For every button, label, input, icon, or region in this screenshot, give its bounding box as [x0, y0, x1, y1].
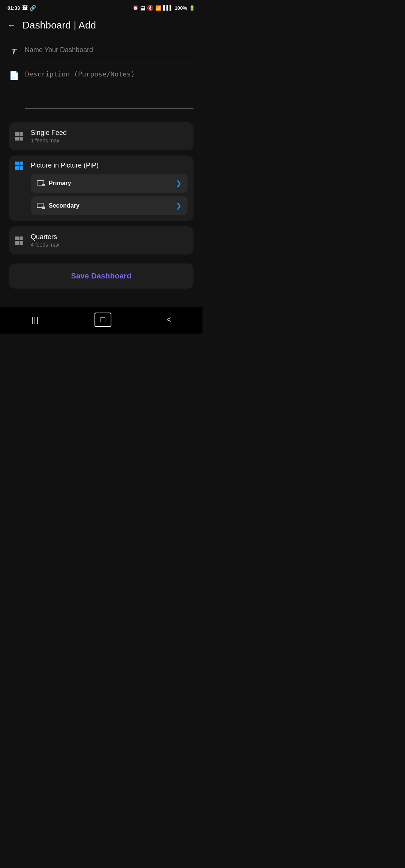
pip-primary-screen-icon: [37, 180, 45, 186]
name-input[interactable]: [25, 46, 194, 58]
text-icon: T: [9, 47, 19, 57]
time-display: 01:33: [8, 5, 20, 11]
description-icon: 📄: [9, 71, 19, 81]
quarters-subtitle: 4 feeds max: [31, 242, 59, 248]
pip-primary-chevron: ❯: [176, 179, 182, 187]
header: ← Dashboard | Add: [0, 14, 202, 35]
quarters-grid-icon: [15, 236, 23, 245]
status-left: 01:33 🖼 🔗: [8, 5, 36, 11]
description-input[interactable]: [25, 70, 194, 109]
battery-label: 100%: [175, 5, 187, 11]
pip-secondary-chevron: ❯: [176, 202, 182, 210]
name-field-row: T: [9, 42, 194, 58]
quarters-icon: [15, 236, 26, 245]
signal-icon: ▌▌▌: [163, 5, 173, 10]
pip-secondary-left: Secondary: [37, 202, 80, 209]
page-title: Dashboard | Add: [22, 19, 96, 31]
quarters-row: Quarters 4 feeds max: [15, 233, 188, 248]
photo-icon: 🖼: [22, 5, 27, 11]
pip-primary-button[interactable]: Primary ❯: [31, 174, 188, 193]
pip-primary-label: Primary: [49, 180, 71, 187]
single-feed-subtitle: 1 feeds max: [31, 138, 67, 144]
save-section: Save Dashboard: [9, 263, 194, 296]
pip-secondary-button[interactable]: Secondary ❯: [31, 196, 188, 215]
recents-button[interactable]: |||: [24, 313, 47, 326]
name-input-wrap: [25, 46, 194, 58]
content: T 📄 Single Feed 1 fe: [0, 35, 202, 304]
pip-secondary-label: Secondary: [49, 202, 80, 209]
description-field-row: 📄: [9, 69, 194, 110]
battery-icon: 🔋: [189, 5, 195, 11]
quarters-card[interactable]: Quarters 4 feeds max: [9, 226, 194, 254]
single-feed-card[interactable]: Single Feed 1 feeds max: [9, 122, 194, 150]
quarters-title: Quarters: [31, 233, 59, 241]
bluetooth-icon: ⬓: [140, 5, 145, 11]
grid-2x2-icon: [15, 132, 23, 141]
pip-grid-2x2: [15, 162, 23, 170]
single-feed-title: Single Feed: [31, 129, 67, 137]
single-feed-icon: [15, 132, 26, 141]
single-feed-text: Single Feed 1 feeds max: [31, 129, 67, 144]
pip-grid-icon: [15, 162, 26, 170]
pip-primary-left: Primary: [37, 180, 71, 187]
alarm-icon: ⏰: [133, 5, 138, 10]
status-right: ⏰ ⬓ 🔇 📶 ▌▌▌ 100% 🔋: [133, 5, 195, 11]
back-button[interactable]: ←: [6, 20, 17, 31]
wifi-icon: 📶: [155, 5, 161, 11]
quarters-text: Quarters 4 feeds max: [31, 233, 59, 248]
description-input-wrap: [25, 70, 194, 110]
nav-bar: ||| □ <: [0, 307, 202, 334]
home-button[interactable]: □: [94, 313, 111, 327]
save-button[interactable]: Save Dashboard: [9, 263, 194, 289]
pip-secondary-screen-icon: [37, 203, 45, 209]
status-bar: 01:33 🖼 🔗 ⏰ ⬓ 🔇 📶 ▌▌▌ 100% 🔋: [0, 0, 202, 14]
pip-title: Picture in Picture (PiP): [31, 162, 188, 169]
pip-content: Picture in Picture (PiP) Primary: [31, 162, 188, 215]
mute-icon: 🔇: [147, 5, 153, 11]
pip-options: Primary ❯ Se: [31, 174, 188, 215]
back-nav-button[interactable]: <: [159, 313, 179, 327]
pip-icon-wrap: Picture in Picture (PiP) Primary: [15, 162, 188, 215]
clip-icon: 🔗: [30, 5, 36, 11]
pip-card: Picture in Picture (PiP) Primary: [9, 156, 194, 221]
single-feed-row: Single Feed 1 feeds max: [15, 129, 188, 144]
